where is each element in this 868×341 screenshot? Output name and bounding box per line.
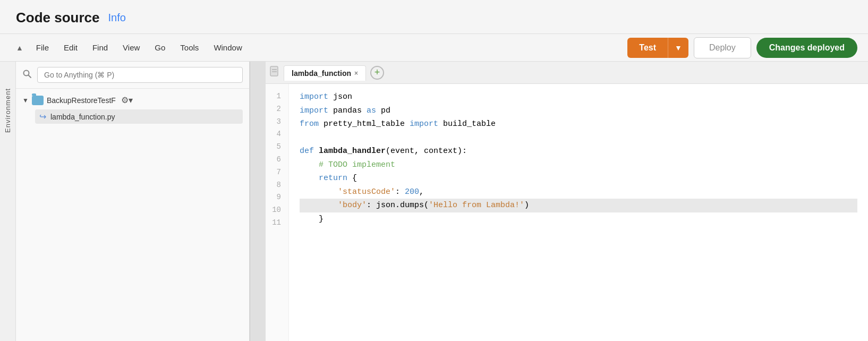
- toolbar-left: ▲ File Edit Find View Go Tools Window: [11, 39, 627, 56]
- menu-window[interactable]: Window: [206, 39, 249, 56]
- gear-button[interactable]: ⚙▾: [119, 94, 135, 106]
- sidebar: Environment: [0, 62, 16, 341]
- line-numbers: 1 2 3 4 5 6 7 8 9 10 11: [266, 84, 289, 341]
- code-line-8: 'statusCode': 200,: [300, 185, 857, 199]
- tab-close-icon[interactable]: ×: [354, 70, 358, 77]
- page-title: Code source: [16, 10, 100, 26]
- collapse-button[interactable]: ▲: [11, 40, 29, 55]
- code-line-3: from pretty_html_table import build_tabl…: [300, 117, 857, 131]
- scrollbar[interactable]: [250, 62, 266, 341]
- svg-line-1: [29, 75, 31, 78]
- test-button-group: Test ▼: [627, 38, 688, 58]
- menu-edit[interactable]: Edit: [56, 39, 85, 56]
- code-line-5: def lambda_handler(event, context):: [300, 144, 857, 158]
- code-line-1: import json: [300, 90, 857, 104]
- folder-icon: [32, 96, 44, 105]
- info-link[interactable]: Info: [108, 12, 126, 24]
- file-tree: ▼ BackupRestoreTestF ⚙▾ ↪ lambda_functio…: [16, 89, 249, 341]
- page-header: Code source Info: [0, 0, 868, 34]
- changes-deployed-button[interactable]: Changes deployed: [756, 38, 857, 58]
- menu-file[interactable]: File: [29, 39, 56, 56]
- tab-file-doc-icon: [270, 66, 279, 79]
- svg-rect-2: [270, 66, 278, 76]
- gear-icon: ⚙: [121, 96, 129, 105]
- tab-bar: lambda_function × +: [266, 62, 868, 84]
- add-tab-button[interactable]: +: [370, 66, 384, 80]
- file-row[interactable]: ↪ lambda_function.py: [35, 109, 243, 124]
- toolbar: ▲ File Edit Find View Go Tools Window Te…: [0, 34, 868, 62]
- code-line-2: import pandas as pd: [300, 104, 857, 118]
- menu-view[interactable]: View: [115, 39, 147, 56]
- menu-go[interactable]: Go: [147, 39, 173, 56]
- code-line-7: return {: [300, 172, 857, 185]
- code-editor: 1 2 3 4 5 6 7 8 9 10 11 import json impo…: [266, 84, 868, 341]
- search-input[interactable]: [37, 67, 243, 83]
- folder-collapse-icon: ▼: [22, 97, 29, 104]
- menu-tools[interactable]: Tools: [173, 39, 206, 56]
- tab-label: lambda_function: [292, 69, 351, 78]
- folder-row: ▼ BackupRestoreTestF ⚙▾: [22, 94, 243, 106]
- code-line-4: [300, 131, 857, 145]
- tab-lambda-function[interactable]: lambda_function ×: [284, 65, 366, 81]
- search-bar: [16, 62, 249, 89]
- file-name: lambda_function.py: [50, 113, 115, 121]
- code-area: lambda_function × + 1 2 3 4 5 6 7 8 9 10…: [266, 62, 868, 341]
- code-line-11: [300, 226, 857, 240]
- chevron-down-icon: ▼: [675, 44, 682, 52]
- toolbar-right: Test ▼ Deploy Changes deployed: [627, 37, 857, 58]
- main-layout: Environment ▼ BackupRestoreTestF ⚙▾: [0, 62, 868, 341]
- search-icon: [22, 69, 32, 81]
- file-icon: ↪: [39, 112, 46, 122]
- code-content[interactable]: import json import pandas as pd from pre…: [289, 84, 868, 341]
- deploy-button[interactable]: Deploy: [694, 37, 751, 58]
- test-button[interactable]: Test: [627, 38, 668, 58]
- code-line-10: }: [300, 212, 857, 226]
- folder-name: BackupRestoreTestF: [47, 96, 116, 105]
- menu-find[interactable]: Find: [85, 39, 115, 56]
- code-line-9: 'body': json.dumps('Hello from Lambda!'): [300, 199, 857, 212]
- test-dropdown-button[interactable]: ▼: [668, 38, 688, 58]
- file-panel: ▼ BackupRestoreTestF ⚙▾ ↪ lambda_functio…: [16, 62, 250, 341]
- code-line-6: # TODO implement: [300, 158, 857, 172]
- sidebar-env-label: Environment: [4, 88, 12, 133]
